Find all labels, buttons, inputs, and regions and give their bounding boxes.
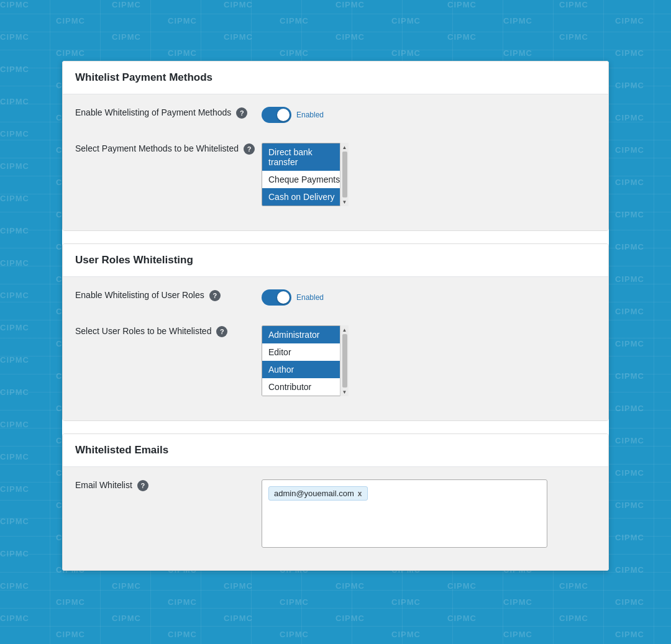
user-roles-toggle-thumb	[277, 291, 290, 304]
enable-payment-toggle-wrapper: Enabled	[262, 107, 596, 123]
select-user-roles-label: Select User Roles to be Whitelisted	[75, 325, 211, 338]
enable-payment-label: Enable Whitelisting of Payment Methods	[75, 107, 231, 119]
scroll-thumb[interactable]	[342, 152, 347, 197]
user-roles-toggle-track[interactable]	[262, 289, 291, 306]
payment-option-cheque[interactable]: Cheque Payments	[262, 171, 348, 188]
enable-user-roles-label-group: Enable Whitelisting of User Roles ?	[75, 289, 262, 302]
role-option-contributor[interactable]: Contributor	[262, 378, 348, 396]
email-whitelist-help-icon[interactable]: ?	[137, 480, 148, 491]
whitelisted-emails-title: Whitelisted Emails	[75, 444, 596, 456]
user-roles-select-scrollbar[interactable]: ▲ ▼	[340, 325, 349, 396]
role-option-author[interactable]: Author	[262, 361, 348, 378]
enable-user-roles-toggle-wrapper: Enabled	[262, 289, 596, 306]
email-whitelist-control: admin@youemail.com x	[262, 479, 596, 548]
whitelisted-emails-content: Email Whitelist ? admin@youemail.com x	[63, 467, 608, 570]
enable-user-roles-label: Enable Whitelisting of User Roles	[75, 289, 204, 302]
payment-option-direct-bank[interactable]: Direct bank transfer	[262, 143, 348, 171]
user-roles-scroll-down[interactable]: ▼	[342, 389, 348, 395]
payment-methods-header: Whitelist Payment Methods	[63, 61, 608, 94]
enable-user-roles-toggle[interactable]	[262, 289, 291, 306]
enable-user-roles-help-icon[interactable]: ?	[209, 290, 221, 301]
enable-user-roles-row: Enable Whitelisting of User Roles ? Enab…	[75, 279, 596, 315]
email-whitelist-label: Email Whitelist	[75, 479, 132, 492]
email-tag: admin@youemail.com x	[268, 486, 368, 501]
payment-methods-select-container: Direct bank transfer Cheque Payments Cas…	[262, 143, 349, 206]
enable-user-roles-control: Enabled	[262, 289, 596, 306]
select-user-roles-row: Select User Roles to be Whitelisted ? Ad…	[75, 315, 596, 408]
enable-payment-control: Enabled	[262, 107, 596, 123]
user-roles-header: User Roles Whitelisting	[63, 244, 608, 277]
payment-methods-section: Whitelist Payment Methods Enable Whiteli…	[62, 61, 609, 231]
select-payment-label: Select Payment Methods to be Whitelisted	[75, 143, 239, 155]
enable-payment-toggle[interactable]	[262, 107, 291, 123]
select-payment-methods-row: Select Payment Methods to be Whitelisted…	[75, 133, 596, 218]
payment-methods-select[interactable]: Direct bank transfer Cheque Payments Cas…	[262, 143, 349, 206]
user-roles-scroll-up[interactable]: ▲	[342, 327, 348, 333]
whitelisted-emails-section: Whitelisted Emails Email Whitelist ? adm…	[62, 433, 609, 571]
main-container: Whitelist Payment Methods Enable Whiteli…	[62, 61, 609, 571]
enable-payment-toggle-label: Enabled	[296, 111, 324, 119]
email-whitelist-row: Email Whitelist ? admin@youemail.com x	[75, 469, 596, 558]
whitelisted-emails-header: Whitelisted Emails	[63, 434, 608, 467]
user-roles-select[interactable]: Administrator Editor Author Contributor	[262, 325, 349, 396]
select-user-roles-label-group: Select User Roles to be Whitelisted ?	[75, 325, 262, 338]
user-roles-select-container: Administrator Editor Author Contributor …	[262, 325, 349, 396]
email-tag-remove-button[interactable]: x	[358, 489, 362, 498]
page-wrapper: Whitelist Payment Methods Enable Whiteli…	[50, 48, 621, 596]
enable-user-roles-toggle-label: Enabled	[296, 293, 324, 302]
scroll-up-arrow[interactable]: ▲	[342, 144, 348, 150]
toggle-thumb	[277, 109, 290, 121]
user-roles-title: User Roles Whitelisting	[75, 254, 596, 266]
role-option-editor[interactable]: Editor	[262, 343, 348, 361]
scroll-down-arrow[interactable]: ▼	[342, 199, 348, 205]
enable-payment-label-group: Enable Whitelisting of Payment Methods ?	[75, 107, 262, 119]
select-payment-control: Direct bank transfer Cheque Payments Cas…	[262, 143, 596, 208]
enable-payment-help-icon[interactable]: ?	[236, 107, 247, 119]
user-roles-scroll-thumb[interactable]	[342, 334, 347, 388]
email-tag-value: admin@youemail.com	[274, 489, 354, 498]
select-payment-label-group: Select Payment Methods to be Whitelisted…	[75, 143, 262, 155]
enable-payment-whitelist-row: Enable Whitelisting of Payment Methods ?…	[75, 97, 596, 133]
toggle-track[interactable]	[262, 107, 291, 123]
user-roles-content: Enable Whitelisting of User Roles ? Enab…	[63, 277, 608, 420]
select-user-roles-control: Administrator Editor Author Contributor …	[262, 325, 596, 398]
email-whitelist-label-group: Email Whitelist ?	[75, 479, 262, 492]
payment-methods-title: Whitelist Payment Methods	[75, 71, 596, 84]
user-roles-section: User Roles Whitelisting Enable Whitelist…	[62, 243, 609, 421]
email-whitelist-area[interactable]: admin@youemail.com x	[262, 479, 547, 548]
select-payment-help-icon[interactable]: ?	[244, 143, 255, 155]
role-option-administrator[interactable]: Administrator	[262, 326, 348, 343]
payment-option-cod[interactable]: Cash on Delivery	[262, 188, 348, 206]
select-user-roles-help-icon[interactable]: ?	[216, 326, 227, 337]
payment-select-scrollbar[interactable]: ▲ ▼	[340, 143, 349, 206]
payment-methods-content: Enable Whitelisting of Payment Methods ?…	[63, 94, 608, 230]
